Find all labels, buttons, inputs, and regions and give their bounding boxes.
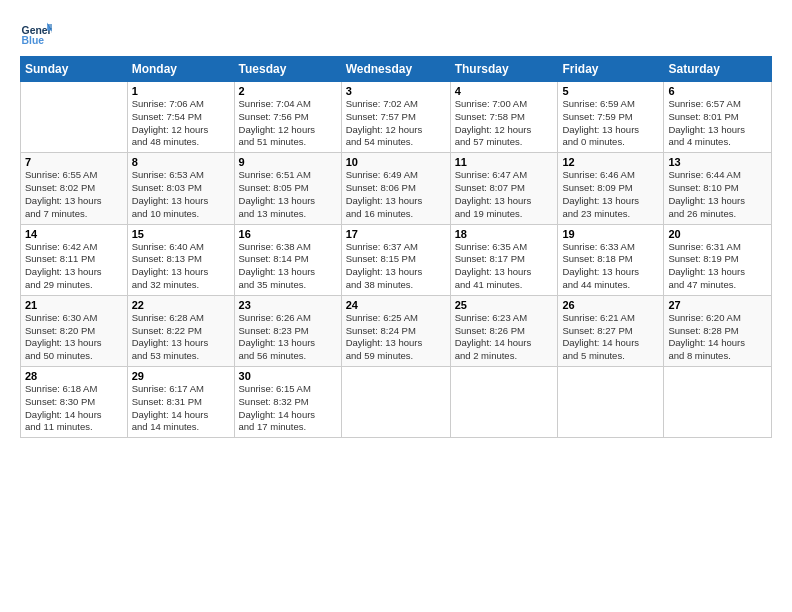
day-info: Sunrise: 6:46 AM Sunset: 8:09 PM Dayligh… xyxy=(562,169,659,220)
calendar-cell: 7Sunrise: 6:55 AM Sunset: 8:02 PM Daylig… xyxy=(21,153,128,224)
day-info: Sunrise: 6:25 AM Sunset: 8:24 PM Dayligh… xyxy=(346,312,446,363)
day-number: 6 xyxy=(668,85,767,97)
calendar-cell: 30Sunrise: 6:15 AM Sunset: 8:32 PM Dayli… xyxy=(234,367,341,438)
day-header-friday: Friday xyxy=(558,57,664,82)
day-info: Sunrise: 6:18 AM Sunset: 8:30 PM Dayligh… xyxy=(25,383,123,434)
calendar-cell: 8Sunrise: 6:53 AM Sunset: 8:03 PM Daylig… xyxy=(127,153,234,224)
calendar-cell: 25Sunrise: 6:23 AM Sunset: 8:26 PM Dayli… xyxy=(450,295,558,366)
calendar-cell: 20Sunrise: 6:31 AM Sunset: 8:19 PM Dayli… xyxy=(664,224,772,295)
day-number: 5 xyxy=(562,85,659,97)
calendar-cell: 15Sunrise: 6:40 AM Sunset: 8:13 PM Dayli… xyxy=(127,224,234,295)
logo-icon: General Blue xyxy=(20,16,52,48)
day-number: 7 xyxy=(25,156,123,168)
day-info: Sunrise: 6:37 AM Sunset: 8:15 PM Dayligh… xyxy=(346,241,446,292)
day-number: 18 xyxy=(455,228,554,240)
calendar-cell xyxy=(21,82,128,153)
day-info: Sunrise: 6:38 AM Sunset: 8:14 PM Dayligh… xyxy=(239,241,337,292)
calendar-cell: 11Sunrise: 6:47 AM Sunset: 8:07 PM Dayli… xyxy=(450,153,558,224)
calendar-week-5: 28Sunrise: 6:18 AM Sunset: 8:30 PM Dayli… xyxy=(21,367,772,438)
calendar-cell: 26Sunrise: 6:21 AM Sunset: 8:27 PM Dayli… xyxy=(558,295,664,366)
day-number: 13 xyxy=(668,156,767,168)
calendar-cell xyxy=(341,367,450,438)
svg-text:Blue: Blue xyxy=(22,35,45,46)
calendar-week-4: 21Sunrise: 6:30 AM Sunset: 8:20 PM Dayli… xyxy=(21,295,772,366)
calendar-cell: 14Sunrise: 6:42 AM Sunset: 8:11 PM Dayli… xyxy=(21,224,128,295)
day-number: 29 xyxy=(132,370,230,382)
day-info: Sunrise: 6:23 AM Sunset: 8:26 PM Dayligh… xyxy=(455,312,554,363)
calendar-cell: 2Sunrise: 7:04 AM Sunset: 7:56 PM Daylig… xyxy=(234,82,341,153)
day-number: 17 xyxy=(346,228,446,240)
day-header-thursday: Thursday xyxy=(450,57,558,82)
day-number: 26 xyxy=(562,299,659,311)
header: General Blue xyxy=(20,16,772,48)
day-number: 1 xyxy=(132,85,230,97)
day-info: Sunrise: 6:35 AM Sunset: 8:17 PM Dayligh… xyxy=(455,241,554,292)
calendar-cell xyxy=(664,367,772,438)
calendar-cell: 12Sunrise: 6:46 AM Sunset: 8:09 PM Dayli… xyxy=(558,153,664,224)
calendar-cell xyxy=(450,367,558,438)
day-number: 12 xyxy=(562,156,659,168)
day-number: 27 xyxy=(668,299,767,311)
day-info: Sunrise: 6:42 AM Sunset: 8:11 PM Dayligh… xyxy=(25,241,123,292)
day-number: 16 xyxy=(239,228,337,240)
day-info: Sunrise: 7:00 AM Sunset: 7:58 PM Dayligh… xyxy=(455,98,554,149)
calendar-cell: 17Sunrise: 6:37 AM Sunset: 8:15 PM Dayli… xyxy=(341,224,450,295)
day-header-sunday: Sunday xyxy=(21,57,128,82)
day-info: Sunrise: 6:28 AM Sunset: 8:22 PM Dayligh… xyxy=(132,312,230,363)
day-number: 19 xyxy=(562,228,659,240)
day-info: Sunrise: 6:57 AM Sunset: 8:01 PM Dayligh… xyxy=(668,98,767,149)
day-info: Sunrise: 6:55 AM Sunset: 8:02 PM Dayligh… xyxy=(25,169,123,220)
day-number: 20 xyxy=(668,228,767,240)
day-info: Sunrise: 6:53 AM Sunset: 8:03 PM Dayligh… xyxy=(132,169,230,220)
calendar-cell: 5Sunrise: 6:59 AM Sunset: 7:59 PM Daylig… xyxy=(558,82,664,153)
calendar-cell: 3Sunrise: 7:02 AM Sunset: 7:57 PM Daylig… xyxy=(341,82,450,153)
day-header-wednesday: Wednesday xyxy=(341,57,450,82)
calendar-cell: 24Sunrise: 6:25 AM Sunset: 8:24 PM Dayli… xyxy=(341,295,450,366)
day-number: 28 xyxy=(25,370,123,382)
day-number: 24 xyxy=(346,299,446,311)
day-info: Sunrise: 6:51 AM Sunset: 8:05 PM Dayligh… xyxy=(239,169,337,220)
calendar-cell: 27Sunrise: 6:20 AM Sunset: 8:28 PM Dayli… xyxy=(664,295,772,366)
logo: General Blue xyxy=(20,16,52,48)
calendar-cell: 18Sunrise: 6:35 AM Sunset: 8:17 PM Dayli… xyxy=(450,224,558,295)
day-info: Sunrise: 6:40 AM Sunset: 8:13 PM Dayligh… xyxy=(132,241,230,292)
day-info: Sunrise: 7:06 AM Sunset: 7:54 PM Dayligh… xyxy=(132,98,230,149)
day-info: Sunrise: 6:30 AM Sunset: 8:20 PM Dayligh… xyxy=(25,312,123,363)
day-info: Sunrise: 6:44 AM Sunset: 8:10 PM Dayligh… xyxy=(668,169,767,220)
calendar-cell xyxy=(558,367,664,438)
calendar-cell: 6Sunrise: 6:57 AM Sunset: 8:01 PM Daylig… xyxy=(664,82,772,153)
day-info: Sunrise: 6:20 AM Sunset: 8:28 PM Dayligh… xyxy=(668,312,767,363)
day-info: Sunrise: 6:49 AM Sunset: 8:06 PM Dayligh… xyxy=(346,169,446,220)
calendar-cell: 16Sunrise: 6:38 AM Sunset: 8:14 PM Dayli… xyxy=(234,224,341,295)
calendar-cell: 22Sunrise: 6:28 AM Sunset: 8:22 PM Dayli… xyxy=(127,295,234,366)
day-info: Sunrise: 6:21 AM Sunset: 8:27 PM Dayligh… xyxy=(562,312,659,363)
day-header-saturday: Saturday xyxy=(664,57,772,82)
calendar-cell: 21Sunrise: 6:30 AM Sunset: 8:20 PM Dayli… xyxy=(21,295,128,366)
day-info: Sunrise: 6:59 AM Sunset: 7:59 PM Dayligh… xyxy=(562,98,659,149)
day-number: 9 xyxy=(239,156,337,168)
day-header-tuesday: Tuesday xyxy=(234,57,341,82)
calendar-cell: 23Sunrise: 6:26 AM Sunset: 8:23 PM Dayli… xyxy=(234,295,341,366)
calendar-cell: 13Sunrise: 6:44 AM Sunset: 8:10 PM Dayli… xyxy=(664,153,772,224)
day-number: 25 xyxy=(455,299,554,311)
day-info: Sunrise: 6:33 AM Sunset: 8:18 PM Dayligh… xyxy=(562,241,659,292)
day-number: 15 xyxy=(132,228,230,240)
day-info: Sunrise: 6:17 AM Sunset: 8:31 PM Dayligh… xyxy=(132,383,230,434)
day-number: 23 xyxy=(239,299,337,311)
calendar-cell: 1Sunrise: 7:06 AM Sunset: 7:54 PM Daylig… xyxy=(127,82,234,153)
day-number: 30 xyxy=(239,370,337,382)
day-info: Sunrise: 6:26 AM Sunset: 8:23 PM Dayligh… xyxy=(239,312,337,363)
calendar-cell: 19Sunrise: 6:33 AM Sunset: 8:18 PM Dayli… xyxy=(558,224,664,295)
calendar-header-row: SundayMondayTuesdayWednesdayThursdayFrid… xyxy=(21,57,772,82)
day-number: 11 xyxy=(455,156,554,168)
day-info: Sunrise: 7:02 AM Sunset: 7:57 PM Dayligh… xyxy=(346,98,446,149)
calendar-cell: 28Sunrise: 6:18 AM Sunset: 8:30 PM Dayli… xyxy=(21,367,128,438)
day-info: Sunrise: 6:31 AM Sunset: 8:19 PM Dayligh… xyxy=(668,241,767,292)
day-number: 22 xyxy=(132,299,230,311)
day-number: 10 xyxy=(346,156,446,168)
day-info: Sunrise: 6:15 AM Sunset: 8:32 PM Dayligh… xyxy=(239,383,337,434)
calendar-week-1: 1Sunrise: 7:06 AM Sunset: 7:54 PM Daylig… xyxy=(21,82,772,153)
day-number: 21 xyxy=(25,299,123,311)
calendar-week-3: 14Sunrise: 6:42 AM Sunset: 8:11 PM Dayli… xyxy=(21,224,772,295)
day-number: 4 xyxy=(455,85,554,97)
